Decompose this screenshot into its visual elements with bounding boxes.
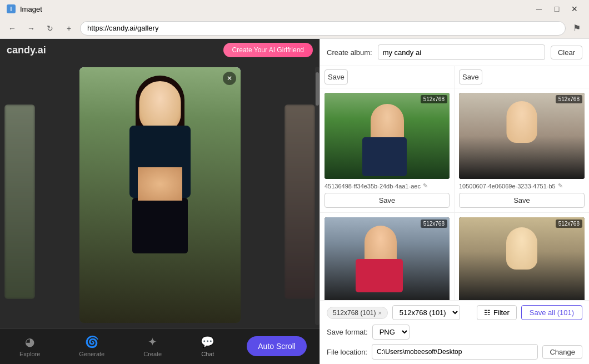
auto-scroll-button[interactable]: Auto Scroll: [247, 336, 307, 356]
nav-explore[interactable]: ◕ Explore: [13, 333, 47, 360]
image-1-filename: 45136498-ff34e35b-24db-4aa1-aec ✎: [325, 182, 450, 190]
nav-create[interactable]: ✦ Create: [137, 333, 168, 360]
generate-label: Generate: [79, 351, 104, 357]
left-top-bar: candy.ai Create Your AI Girlfriend: [0, 39, 320, 62]
explore-icon: ◕: [25, 335, 34, 348]
size-tag: 512x768 (101) ×: [327, 307, 388, 319]
album-header: Create album: Clear: [320, 39, 589, 66]
filter-icon: ☷: [484, 308, 491, 317]
image-1: 512x768: [325, 93, 450, 179]
candy-cta-button[interactable]: Create Your AI Girlfriend: [223, 43, 313, 57]
address-input[interactable]: [80, 21, 566, 36]
image-1-badge: 512x768: [421, 95, 447, 103]
new-tab-button[interactable]: +: [61, 21, 77, 36]
size-tag-label: 512x768 (101): [333, 309, 376, 317]
bookmark-button[interactable]: ⚑: [569, 21, 585, 36]
window-controls: ─ □ ✕: [531, 3, 582, 14]
create-icon: ✦: [148, 335, 157, 348]
bottom-controls: 512x768 (101) × 512x768 (101) ☷ Filter S…: [320, 300, 589, 364]
image-2: 512x768: [459, 93, 585, 179]
back-button[interactable]: ←: [4, 21, 20, 36]
edit-filename-1-icon[interactable]: ✎: [423, 182, 428, 190]
bottom-nav: ◕ Explore 🌀 Generate ✦ Create 💬 Chat Aut…: [0, 328, 320, 365]
top-save-left: Save: [320, 66, 455, 88]
gallery-cell-4: 512x768: [455, 213, 589, 300]
main-content: candy.ai Create Your AI Girlfriend: [0, 39, 589, 364]
size-tag-remove[interactable]: ×: [378, 310, 381, 316]
clear-button[interactable]: Clear: [551, 46, 582, 59]
format-row: Save format: PNG: [327, 325, 582, 340]
image-2-visual: [459, 93, 585, 179]
candy-logo: candy.ai: [7, 44, 46, 56]
forward-button[interactable]: →: [23, 21, 39, 36]
left-panel: candy.ai Create Your AI Girlfriend: [0, 39, 320, 364]
generate-icon: 🌀: [85, 335, 99, 348]
top-save-button-2[interactable]: Save: [459, 69, 482, 84]
explore-label: Explore: [19, 351, 40, 357]
album-input[interactable]: [378, 44, 545, 60]
edit-filename-2-icon[interactable]: ✎: [558, 182, 563, 190]
close-image-button[interactable]: ✕: [223, 72, 236, 85]
gallery-grid: 512x768 45136498-ff34e35b-24db-4aa1-aec …: [320, 88, 589, 300]
format-select[interactable]: PNG: [372, 325, 410, 340]
chat-label: Chat: [201, 351, 214, 357]
save-button-1[interactable]: Save: [325, 193, 450, 208]
image-3-visual: [325, 217, 450, 300]
location-input[interactable]: [372, 344, 538, 360]
create-label: Create: [143, 351, 162, 357]
reload-button[interactable]: ↻: [42, 21, 58, 36]
image-4-badge: 512x768: [556, 220, 582, 228]
image-3: 512x768: [325, 217, 450, 300]
location-row: File location: Change: [327, 344, 582, 360]
image-1-visual: [325, 93, 450, 179]
filter-button[interactable]: ☷ Filter: [477, 305, 517, 320]
minimize-button[interactable]: ─: [531, 3, 547, 14]
nav-chat[interactable]: 💬 Chat: [194, 333, 221, 360]
top-save-row: Save Save: [320, 66, 589, 88]
image-3-badge: 512x768: [421, 220, 447, 228]
image-4-visual: [459, 217, 585, 300]
gallery-cell-3: 512x768: [320, 213, 455, 300]
location-label: File location:: [327, 348, 367, 356]
image-2-filename: 10500607-4e06069e-3233-4751-b5 ✎: [459, 182, 585, 190]
image-4: 512x768: [459, 217, 585, 300]
gallery-cell-1: 512x768 45136498-ff34e35b-24db-4aa1-aec …: [320, 88, 455, 213]
filter-label: Filter: [493, 308, 510, 317]
format-label: Save format:: [327, 328, 368, 336]
chat-icon: 💬: [201, 335, 214, 348]
save-button-2[interactable]: Save: [459, 193, 585, 208]
app-icon: I: [7, 4, 16, 13]
app-title: Imaget: [20, 5, 42, 13]
gallery-cell-2: 512x768 10500607-4e06069e-3233-4751-b5 ✎…: [455, 88, 589, 213]
top-save-right: Save: [455, 66, 589, 88]
maximize-button[interactable]: □: [549, 3, 565, 14]
title-bar-left: I Imaget: [7, 4, 42, 13]
center-image-container: ✕: [0, 62, 320, 328]
title-bar: I Imaget ─ □ ✕: [0, 0, 589, 18]
size-select[interactable]: 512x768 (101): [392, 305, 460, 320]
close-button[interactable]: ✕: [567, 3, 582, 14]
main-image: ✕: [79, 67, 241, 323]
right-panel: Create album: Clear Save Save 512x768: [320, 39, 589, 364]
save-all-button[interactable]: Save all (101): [521, 305, 582, 320]
address-bar: ← → ↻ + ⚑: [0, 18, 589, 39]
album-label: Create album:: [327, 48, 372, 57]
filter-row: 512x768 (101) × 512x768 (101) ☷ Filter S…: [327, 305, 582, 320]
nav-generate[interactable]: 🌀 Generate: [72, 333, 111, 360]
image-2-badge: 512x768: [556, 95, 582, 103]
top-save-button-1[interactable]: Save: [325, 69, 348, 84]
change-location-button[interactable]: Change: [542, 345, 582, 359]
